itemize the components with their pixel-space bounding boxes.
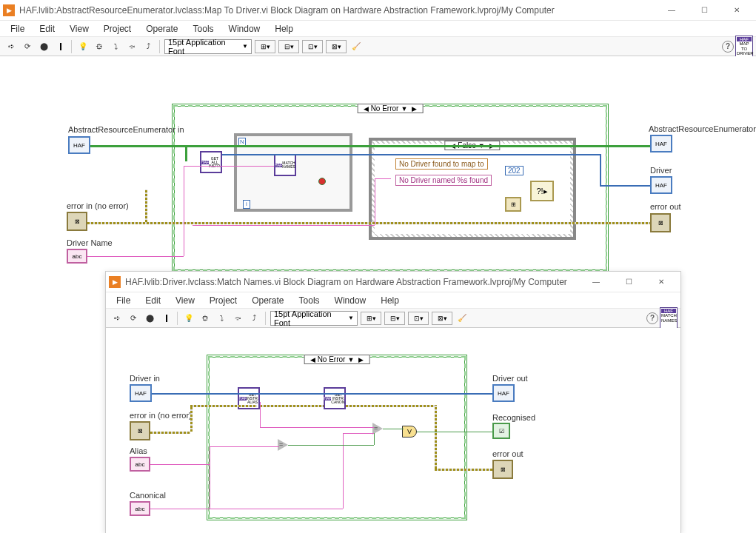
resize-button[interactable]: ⊡▾ <box>302 40 323 53</box>
cleanup-button-2[interactable]: 🧹 <box>455 312 469 325</box>
bundle-node[interactable]: ⊞ <box>505 197 521 212</box>
labview-icon-2: ▶ <box>109 276 121 288</box>
menu-project-2[interactable]: Project <box>202 294 244 307</box>
error-case-struct-2[interactable]: ◀No Error▼▶ <box>207 355 467 520</box>
run-continuous-button-2[interactable]: ⟳ <box>127 312 140 325</box>
wire-driver <box>222 154 600 155</box>
toolbar-2: ➪ ⟳ ⬤ || 💡 ⯐ ⤵ ⤼ ⤴ 15pt Application Font… <box>106 309 680 328</box>
case-selector-no-error-2[interactable]: ◀No Error▼▶ <box>304 355 370 364</box>
minimize-button[interactable]: — <box>655 1 688 20</box>
reorder-button[interactable]: ⊠▾ <box>326 40 347 53</box>
msg-no-driver-named: No Driver named %s found <box>395 175 492 186</box>
step-over-button-2[interactable]: ⤼ <box>231 312 244 325</box>
close-button[interactable]: ✕ <box>720 1 753 20</box>
reorder-button-2[interactable]: ⊠▾ <box>432 312 452 325</box>
control-alias[interactable]: abc <box>130 457 150 472</box>
menu-tools[interactable]: Tools <box>186 22 221 36</box>
run-button-2[interactable]: ➪ <box>110 312 124 325</box>
wire-canon-v <box>210 449 210 509</box>
menu-view-2[interactable]: View <box>168 294 202 307</box>
menu-edit[interactable]: Edit <box>32 22 62 36</box>
font-select[interactable]: 15pt Application Font▼ <box>164 39 252 54</box>
case-selector-no-error[interactable]: ◀No Error▼▶ <box>358 104 424 113</box>
vi-icon-2[interactable]: HAFMATCH NAMES <box>660 307 678 329</box>
window-title-2: HAF.lvlib:Driver.lvclass:Match Names.vi … <box>125 277 580 287</box>
titlebar[interactable]: ▶ HAF.lvlib:AbstractResourceEnumerator.l… <box>0 0 756 21</box>
label-out-driver: Driver <box>650 166 672 175</box>
block-diagram-canvas[interactable]: ◀No Error▼▶ N i HAFGET ALL INSTR. HAFMAT… <box>0 56 756 286</box>
menu-help-2[interactable]: Help <box>373 294 407 307</box>
wire-class-branch <box>185 145 187 161</box>
run-button[interactable]: ➪ <box>4 40 18 53</box>
control-canonical[interactable]: abc <box>130 501 150 516</box>
menu-edit-2[interactable]: Edit <box>138 294 168 307</box>
menu-view[interactable]: View <box>62 22 96 36</box>
label-recognised: Recognised <box>492 413 535 422</box>
menu-window-2[interactable]: Window <box>327 294 374 307</box>
inner-case-struct[interactable]: ◀False▼▶ No Driver found to map to No Dr… <box>369 138 576 240</box>
pause-button-2[interactable]: || <box>159 312 173 325</box>
retain-wire-button[interactable]: ⯐ <box>93 40 106 53</box>
menu-tools-2[interactable]: Tools <box>292 294 327 307</box>
or-node[interactable]: V <box>402 426 417 438</box>
indicator-driver-out[interactable]: HAF <box>492 384 515 402</box>
step-into-button-2[interactable]: ⤵ <box>215 312 228 325</box>
abort-button-2[interactable]: ⬤ <box>143 312 156 325</box>
menu-project[interactable]: Project <box>96 22 138 36</box>
block-diagram-canvas-2[interactable]: ◀No Error▼▶ HAFGET INSTR. ALIAS HAFGET I… <box>106 328 680 533</box>
equal-node-1[interactable]: = <box>278 439 288 451</box>
menu-file[interactable]: File <box>3 22 32 36</box>
menubar: File Edit View Project Operate Tools Win… <box>0 21 756 37</box>
indicator-err-out-2[interactable]: ⊠ <box>492 460 513 479</box>
abort-button[interactable]: ⬤ <box>37 40 50 53</box>
maximize-button-2[interactable]: ☐ <box>612 272 645 292</box>
close-button-2[interactable]: ✕ <box>645 272 678 292</box>
indicator-out-class[interactable]: HAF <box>650 135 672 152</box>
control-err-in[interactable]: ⊠ <box>67 212 87 231</box>
control-driver-name[interactable]: abc <box>67 249 87 264</box>
control-driver-in[interactable]: HAF <box>130 384 152 402</box>
resize-button-2[interactable]: ⊡▾ <box>408 312 429 325</box>
step-out-button-2[interactable]: ⤴ <box>247 312 261 325</box>
distribute-button[interactable]: ⊟▾ <box>278 40 299 53</box>
titlebar-2[interactable]: ▶ HAF.lvlib:Driver.lvclass:Match Names.v… <box>106 272 680 292</box>
align-button[interactable]: ⊞▾ <box>255 40 275 53</box>
highlight-button[interactable]: 💡 <box>76 40 90 53</box>
indicator-recognised[interactable]: ☑ <box>492 423 510 439</box>
menu-window[interactable]: Window <box>221 22 268 36</box>
menu-help[interactable]: Help <box>267 22 301 36</box>
label-driver-name: Driver Name <box>67 238 113 247</box>
step-over-button[interactable]: ⤼ <box>125 40 138 53</box>
menu-operate-2[interactable]: Operate <box>244 294 291 307</box>
wire-canon-eq <box>343 433 374 434</box>
indicator-out-driver[interactable]: HAF <box>650 176 672 194</box>
font-select-2[interactable]: 15pt Application Font▼ <box>270 311 358 326</box>
wire-pink-lower-v <box>375 178 375 225</box>
step-out-button[interactable]: ⤴ <box>141 40 155 53</box>
indicator-err-out[interactable]: ⊠ <box>650 213 671 232</box>
maximize-button[interactable]: ☐ <box>688 1 720 20</box>
pause-button[interactable]: || <box>53 40 67 53</box>
vi-icon[interactable]: HAFMAP TO DRIVER <box>735 36 753 58</box>
align-button-2[interactable]: ⊞▾ <box>361 312 381 325</box>
control-in-class[interactable]: HAF <box>68 136 90 154</box>
error-cluster-node[interactable]: ?!▸ <box>530 181 554 201</box>
wire-bool-1 <box>288 445 374 446</box>
highlight-button-2[interactable]: 💡 <box>182 312 195 325</box>
run-continuous-button[interactable]: ⟳ <box>21 40 34 53</box>
wire-drvname-1 <box>87 256 184 257</box>
minimize-button-2[interactable]: — <box>580 272 612 292</box>
subvi-get-all-instr[interactable]: HAFGET ALL INSTR. <box>200 151 222 173</box>
help-button-2[interactable]: ? <box>646 312 658 324</box>
help-button[interactable]: ? <box>722 41 734 53</box>
menu-operate[interactable]: Operate <box>138 22 185 36</box>
distribute-button-2[interactable]: ⊟▾ <box>384 312 405 325</box>
cleanup-button[interactable]: 🧹 <box>349 40 363 53</box>
step-into-button[interactable]: ⤵ <box>109 40 122 53</box>
label-out-class: AbstractResourceEnumerator <box>649 124 756 133</box>
subvi-get-canon[interactable]: HAFGET INSTR. CANON. <box>324 387 346 409</box>
menu-file-2[interactable]: File <box>109 294 138 307</box>
subvi-match-names[interactable]: HAFMATCH NAMES <box>274 154 296 176</box>
retain-wire-button-2[interactable]: ⯐ <box>198 312 212 325</box>
control-err-in-2[interactable]: ⊠ <box>130 421 150 440</box>
